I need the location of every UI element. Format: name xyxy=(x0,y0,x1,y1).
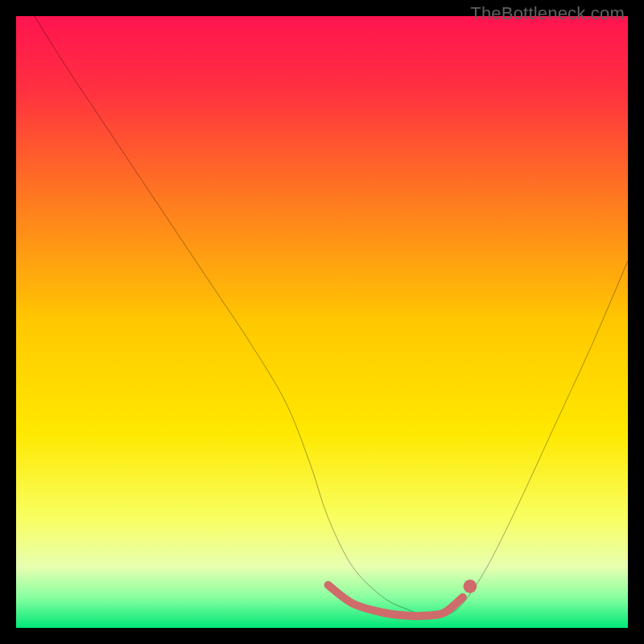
chart-frame: TheBottleneck.com xyxy=(0,0,644,644)
svg-point-1 xyxy=(464,580,477,593)
highlight-segment xyxy=(16,16,628,628)
plot-area xyxy=(16,16,628,628)
